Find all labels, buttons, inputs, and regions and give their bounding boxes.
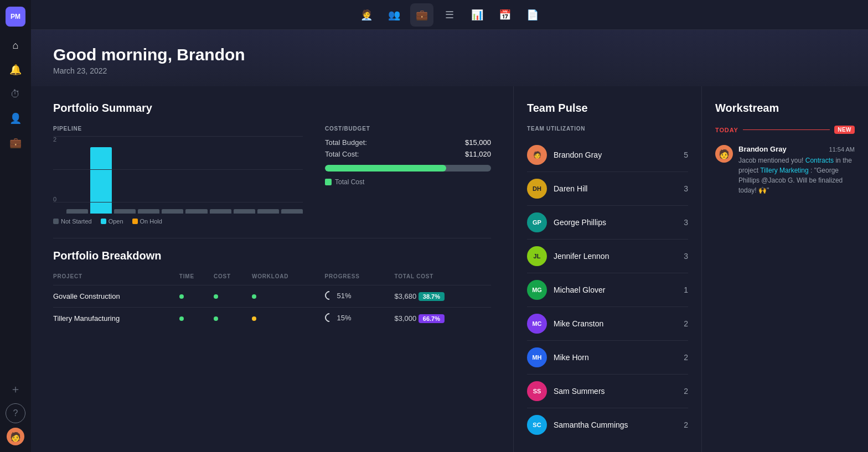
cost-indicator <box>214 285 252 308</box>
col-time: TIME <box>179 273 214 285</box>
member-name: Jennifer Lennon <box>554 252 677 261</box>
breakdown-table: PROJECT TIME COST WORKLOAD PROGRESS TOTA… <box>53 273 491 329</box>
member-name: Sam Summers <box>554 387 677 396</box>
ws-link-contracts[interactable]: Contracts <box>805 157 834 164</box>
home-icon[interactable]: ⌂ <box>6 35 25 55</box>
dot-green <box>214 316 218 321</box>
briefcase-icon[interactable]: 💼 <box>410 3 433 27</box>
document-icon[interactable]: 📄 <box>521 3 544 27</box>
member-count: 2 <box>684 353 688 362</box>
member-count: 1 <box>684 285 688 294</box>
calendar-icon[interactable]: 📅 <box>493 3 516 27</box>
col-workload: WORKLOAD <box>252 273 325 285</box>
team-member-row: MC Mike Cranston 2 <box>527 307 688 341</box>
person-add-icon[interactable]: 🧑‍💼 <box>355 3 378 27</box>
today-label: TODAY <box>715 127 738 133</box>
legend-dot-cyan <box>101 219 106 224</box>
cost-budget-section: COST/BUDGET Total Budget: $15,000 Total … <box>325 126 491 186</box>
cost-budget-label: COST/BUDGET <box>325 126 491 132</box>
member-count: 2 <box>684 420 688 429</box>
progress-indicator: 15% <box>325 308 395 330</box>
legend-dot-orange <box>132 219 138 224</box>
dot-green <box>179 294 184 299</box>
new-badge: NEW <box>834 126 855 134</box>
team-member-row: 🧑 Brandon Gray 5 <box>527 138 688 172</box>
member-avatar: MG <box>527 280 547 300</box>
legend-not-started: Not Started <box>53 218 92 225</box>
bar-item <box>210 209 231 214</box>
team-pulse-panel: Team Pulse TEAM UTILIZATION 🧑 Brandon Gr… <box>514 86 702 452</box>
member-count: 3 <box>684 184 688 193</box>
member-avatar: SS <box>527 381 547 401</box>
legend-open: Open <box>101 218 123 225</box>
chart-icon[interactable]: 📊 <box>466 3 489 27</box>
hero-section: Good morning, Brandon March 23, 2022 <box>31 30 868 86</box>
add-button[interactable]: ＋ <box>6 379 25 399</box>
total-cost-row: Total Cost: $11,020 <box>325 150 491 158</box>
member-avatar: JL <box>527 246 547 266</box>
table-row: Govalle Construction 51% $3,680 38.7% <box>53 285 491 308</box>
total-cost-value: $11,020 <box>465 150 491 158</box>
member-name: Michael Glover <box>554 285 677 294</box>
team-member-row: GP George Phillips 3 <box>527 206 688 240</box>
total-cost-legend: Total Cost <box>325 178 491 186</box>
ws-avatar: 🧑 <box>715 145 733 163</box>
team-member-row: SS Sam Summers 2 <box>527 375 688 408</box>
total-budget-row: Total Budget: $15,000 <box>325 138 491 147</box>
ws-author-name: Brandon Gray <box>738 145 787 153</box>
half-circle-icon <box>323 289 335 302</box>
pipeline-section: PIPELINE 2 0 <box>53 126 303 225</box>
total-budget-label: Total Budget: <box>325 138 367 147</box>
cost-indicator <box>214 308 252 330</box>
content-area: Portfolio Summary PIPELINE 2 <box>31 86 868 452</box>
bar-item <box>114 209 136 214</box>
today-line <box>743 129 830 130</box>
ws-link-tillery[interactable]: Tillery Marketing <box>760 167 809 174</box>
col-project: PROJECT <box>53 273 179 285</box>
team-member-row: SC Samantha Cummings 2 <box>527 408 688 441</box>
grid-line <box>53 202 303 202</box>
briefcase-sidebar-icon[interactable]: 💼 <box>6 133 25 153</box>
member-name: Mike Cranston <box>554 319 677 328</box>
member-avatar: MC <box>527 314 547 334</box>
member-count: 2 <box>684 387 688 396</box>
progress-indicator: 51% <box>325 285 395 308</box>
table-row: Tillery Manufacturing 15% $3,000 66.7% <box>53 308 491 330</box>
dot-yellow <box>252 316 256 321</box>
ws-content: Brandon Gray 11:54 AM Jacob mentioned yo… <box>738 145 855 195</box>
clock-icon[interactable]: ⏱ <box>6 84 25 104</box>
date: March 23, 2022 <box>53 66 846 75</box>
member-avatar: DH <box>527 179 547 199</box>
member-count: 3 <box>684 218 688 227</box>
sidebar: PM ⌂ 🔔 ⏱ 👤 💼 ＋ ? 🧑 <box>0 0 31 452</box>
chart-legend: Not Started Open On Hold <box>53 218 303 225</box>
y-label-2: 2 <box>53 136 56 143</box>
grid-line <box>53 136 303 137</box>
app-logo[interactable]: PM <box>6 7 25 27</box>
people-icon[interactable]: 👥 <box>383 3 406 27</box>
workload-indicator <box>252 285 325 308</box>
time-indicator <box>179 308 214 330</box>
team-utilization-label: TEAM UTILIZATION <box>527 126 688 132</box>
project-name: Tillery Manufacturing <box>53 308 179 330</box>
member-name: Brandon Gray <box>554 150 677 159</box>
progress-badge: 38.7% <box>418 292 445 301</box>
total-cost-legend-label: Total Cost <box>335 178 364 186</box>
y-label-0: 0 <box>53 196 56 202</box>
help-button[interactable]: ? <box>6 403 25 423</box>
member-count: 3 <box>684 252 688 261</box>
grid-line <box>53 169 303 170</box>
bar-item <box>234 209 255 214</box>
pipeline-label: PIPELINE <box>53 126 303 132</box>
person-icon[interactable]: 👤 <box>6 108 25 128</box>
progress-half: 51% <box>325 291 352 300</box>
dot-green <box>252 294 256 299</box>
user-avatar[interactable]: 🧑 <box>7 428 24 445</box>
bar-item <box>66 209 88 214</box>
list-icon[interactable]: ☰ <box>438 3 461 27</box>
member-count: 2 <box>684 319 688 328</box>
member-avatar: GP <box>527 212 547 232</box>
progress-badge: 66.7% <box>418 314 445 323</box>
bell-icon[interactable]: 🔔 <box>6 60 25 80</box>
portfolio-summary-title: Portfolio Summary <box>53 102 491 115</box>
